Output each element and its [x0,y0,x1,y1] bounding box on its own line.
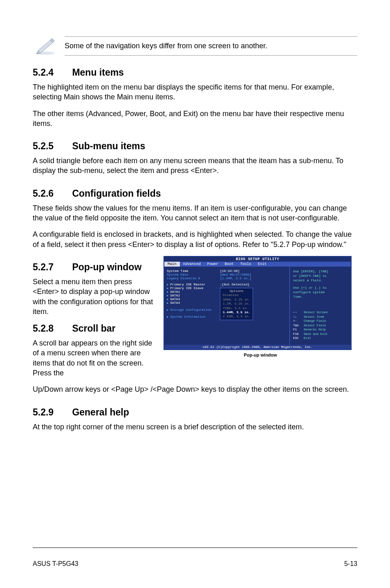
heading-title: Configuration fields [72,188,161,199]
bios-value: [Wed 08/27/2008] [220,273,251,276]
key-symbol: +- [293,319,304,323]
note-row: Some of the navigation keys differ from … [33,35,357,57]
bios-menu-boot: Boot [222,262,237,267]
bios-value: [19:34:30] [220,269,240,273]
paragraph: The other items (Advanced, Power, Boot, … [33,109,357,129]
popup-option-selected: 1.44M, 3.5 in. [223,310,250,314]
bios-popup-window: Options Disabled 360K, 5.25 in. 1.2M, 5.… [220,288,253,320]
bios-title: BIOS SETUP UTILITY [164,257,351,262]
bios-menu-advanced: Advanced [180,262,204,267]
heading-5-2-8: 5.2.8 Scroll bar [33,323,155,334]
key-label: Change Field [304,319,326,323]
popup-option: Disabled [223,293,250,297]
key-symbol: ESC [293,336,304,341]
note-text-container: Some of the navigation keys differ from … [65,36,357,55]
heading-5-2-5: 5.2.5 Sub-menu items [33,141,357,152]
heading-number: 5.2.8 [33,323,69,334]
heading-number: 5.2.7 [33,262,69,273]
key-label: Save and Exit [304,332,328,336]
bios-label: System Date [167,273,220,276]
bios-label: System Time [167,269,220,273]
bios-label: SATA3 [167,297,220,301]
heading-5-2-4: 5.2.4 Menu items [33,67,357,78]
paragraph: Select a menu item then press <Enter> to… [33,277,155,316]
paragraph: A configurable field is enclosed in brac… [33,229,357,249]
bios-help-line: or [SHIFT-TAB] to [293,274,348,278]
paragraph: These fields show the values for the men… [33,203,357,223]
page-footer: ASUS T-P5G43 5-13 [33,548,357,568]
bios-label: SATA2 [167,294,220,297]
note-text: Some of the navigation keys differ from … [65,41,357,51]
key-label: Select Screen [304,311,328,314]
heading-number: 5.2.9 [33,407,69,418]
key-symbol: ↑↓ [293,315,304,319]
bios-left-panel: System Time[19:34:30] System Date[Wed 08… [164,267,289,345]
bios-label: Primary IDE Slave [167,286,220,290]
bios-value: [1.44M, 3.5 in.] [220,276,251,280]
bios-menu-exit: Exit [254,262,270,267]
bios-right-panel: Use [ENTER], [TAB] or [SHIFT-TAB] to sel… [289,267,351,345]
bios-label: SATA1 [167,290,220,294]
popup-header: Options [223,289,250,293]
bios-help-line: select a field. [293,278,348,283]
heading-title: Sub-menu items [72,141,145,151]
heading-5-2-7: 5.2.7 Pop-up window [33,262,155,273]
bios-menu-tools: Tools [237,262,254,267]
key-symbol: F1 [293,328,304,332]
heading-title: Pop-up window [72,262,141,272]
bios-help-line: configure system [293,290,348,294]
paragraph: A solid triangle before each item on any… [33,156,357,176]
bios-label: Primary IDE Master [167,283,220,286]
bios-label: Legacy Diskette A [167,276,220,280]
bios-help-line: Use [+] or [-] to [293,285,348,290]
bios-value: :[Not Detected] [220,283,249,286]
key-symbol: F10 [293,332,304,337]
key-symbol: ←→ [293,310,304,315]
paragraph: A scroll bar appears on the right side o… [33,338,155,378]
heading-title: Scroll bar [72,323,115,334]
bios-footer: v02.61 (C)Copyright 1985-2008, American … [164,345,351,349]
bios-help-line: Time. [293,294,348,299]
bios-menu-main: Main [164,262,180,267]
heading-number: 5.2.4 [33,67,69,78]
heading-5-2-6: 5.2.6 Configuration fields [33,188,357,199]
paragraph: The highlighted item on the menu bar dis… [33,82,357,102]
bios-screenshot: BIOS SETUP UTILITY Main Advanced Power B… [164,256,352,350]
paragraph: Up/Down arrow keys or <Page Up> /<Page D… [33,384,357,394]
bios-help-line: Use [ENTER], [TAB] [293,269,348,274]
popup-option: 720K, 3.5 in. [223,306,250,310]
heading-number: 5.2.6 [33,188,69,199]
key-label: General Help [304,328,326,331]
heading-number: 5.2.5 [33,141,69,152]
footer-left: ASUS T-P5G43 [33,560,78,568]
key-symbol: Tab [293,323,304,328]
heading-5-2-9: 5.2.9 General help [33,407,357,418]
bios-label: System Information [167,315,206,319]
popup-option: 360K, 5.25 in. [223,298,250,302]
key-label: Select Item [304,315,324,319]
footer-right: 5-13 [344,560,357,568]
key-label: Select Field [304,324,326,327]
heading-title: General help [72,407,129,417]
bios-label: Storage Configuration [167,308,211,312]
paragraph: At the top right corner of the menu scre… [33,422,357,432]
figure-caption: Pop-up window [164,352,357,357]
bios-menu-power: Power [204,262,222,267]
bios-menu-bar: Main Advanced Power Boot Tools Exit [164,262,351,267]
popup-option: 1.2M, 5.25 in. [223,302,250,306]
heading-title: Menu items [72,67,124,78]
bios-label: SATA4 [167,301,220,305]
popup-option: 2.88M, 3.5 in. [223,314,250,319]
key-label: Exit [304,337,311,340]
pencil-note-icon [33,35,57,57]
